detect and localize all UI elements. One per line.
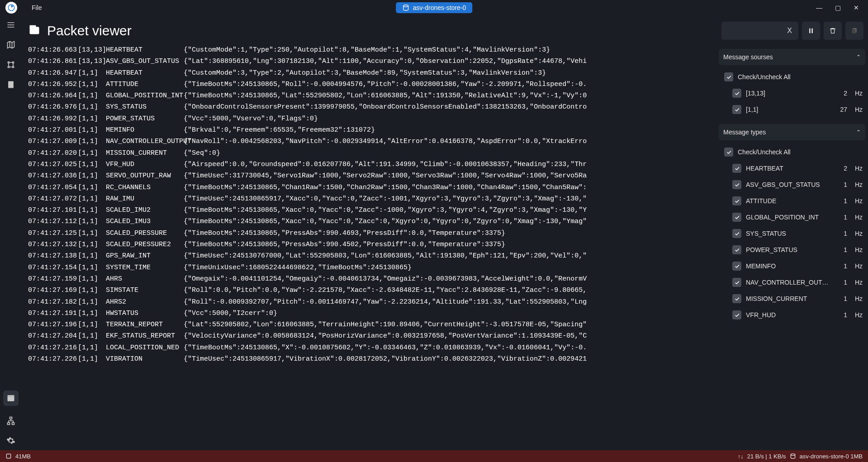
source-item[interactable]: [1,1]27Hz xyxy=(730,101,865,118)
sources-header[interactable]: Message sourses ⌃ xyxy=(719,49,865,65)
checkbox[interactable] xyxy=(732,229,741,238)
status-store: asv-drones-store-0 1MB xyxy=(800,453,863,460)
packet-row[interactable]: 07:41:27.204[1,1]EKF_STATUS_REPORT{"Velo… xyxy=(28,330,716,342)
packet-row[interactable]: 07:41:26.952[1,1]ATTITUDE{"TimeBootMs":2… xyxy=(28,79,716,90)
checkbox[interactable] xyxy=(732,105,741,114)
checkbox[interactable] xyxy=(732,213,741,222)
store-tag[interactable]: asv-drones-store-0 xyxy=(396,2,473,13)
svg-rect-13 xyxy=(30,27,39,34)
source-item[interactable]: [13,13]2Hz xyxy=(730,85,865,101)
sources-check-all[interactable]: Check/Uncheck All xyxy=(721,69,865,85)
checkbox[interactable] xyxy=(732,310,741,319)
packet-row[interactable]: 07:41:27.036[1,1]SERVO_OUTPUT_RAW{"TimeU… xyxy=(28,170,716,181)
checkbox[interactable] xyxy=(732,294,741,303)
svg-point-20 xyxy=(791,454,795,456)
nodes-icon[interactable] xyxy=(6,60,16,70)
type-item[interactable]: SYS_STATUS1Hz xyxy=(730,225,865,242)
packet-row[interactable]: 07:41:27.020[1,1]MISSION_CURRENT{"Seq":0… xyxy=(28,148,716,159)
type-item[interactable]: ATTITUDE1Hz xyxy=(730,193,865,209)
clear-icon[interactable]: X xyxy=(787,27,792,35)
svg-point-5 xyxy=(12,66,14,67)
packet-row[interactable]: 07:41:27.196[1,1]TERRAIN_REPORT{"Lat":55… xyxy=(28,319,716,330)
file-menu[interactable]: File xyxy=(28,2,46,13)
close-button[interactable]: ✕ xyxy=(854,4,859,11)
checkbox[interactable] xyxy=(732,164,741,173)
network-icon[interactable] xyxy=(6,416,16,426)
map-icon[interactable] xyxy=(6,40,16,50)
pause-button[interactable] xyxy=(802,22,820,40)
packet-row[interactable]: 07:41:26.861[13,13]ASV_GBS_OUT_STATUS{"L… xyxy=(28,56,716,67)
packet-row[interactable]: 07:41:27.138[1,1]GPS_RAW_INT{"TimeUsec":… xyxy=(28,250,716,262)
maximize-button[interactable]: ▢ xyxy=(835,4,841,11)
minimize-button[interactable]: — xyxy=(816,4,822,11)
page-title: Packet viewer xyxy=(47,23,132,38)
svg-rect-18 xyxy=(852,29,856,33)
packet-row[interactable]: 07:41:27.132[1,1]SCALED_PRESSURE2{"TimeB… xyxy=(28,239,716,250)
packet-row[interactable]: 07:41:26.964[1,1]GLOBAL_POSITION_INT{"Ti… xyxy=(28,90,716,101)
types-header[interactable]: Message types ⌃ xyxy=(719,124,865,140)
filter-input[interactable]: X xyxy=(721,22,798,40)
type-item[interactable]: POWER_STATUS1Hz xyxy=(730,242,865,258)
status-memory: 41MB xyxy=(15,453,31,460)
packet-row[interactable]: 07:41:26.947[1,1]HEARTBEAT{"CustomMode":… xyxy=(28,67,716,79)
svg-rect-14 xyxy=(30,25,36,28)
type-item[interactable]: GLOBAL_POSITION_INT1Hz xyxy=(730,209,865,225)
packet-viewer-header-icon xyxy=(28,23,41,39)
titlebar: File asv-drones-store-0 — ▢ ✕ xyxy=(0,0,868,15)
types-check-all[interactable]: Check/Uncheck All xyxy=(721,144,865,160)
packet-row[interactable]: 07:41:27.072[1,1]RAW_IMU{"TimeUsec":2451… xyxy=(28,193,716,205)
status-bar: 41MB ↑↓ 21 B/s | 1 KB/s asv-drones-store… xyxy=(0,450,868,462)
checkbox[interactable] xyxy=(732,180,741,189)
packet-row[interactable]: 07:41:27.159[1,1]AHRS{"Omegaix":-0.00411… xyxy=(28,273,716,285)
packet-row[interactable]: 07:41:27.182[1,1]AHRS2{"Roll":-0.0009392… xyxy=(28,296,716,308)
checkbox[interactable] xyxy=(732,278,741,287)
packet-row[interactable]: 07:41:27.001[1,1]MEMINFO{"Brkval":0,"Fre… xyxy=(28,124,716,136)
packet-row[interactable]: 07:41:26.976[1,1]SYS_STATUS{"OnboardCont… xyxy=(28,101,716,113)
packet-row[interactable]: 07:41:27.216[1,1]LOCAL_POSITION_NED{"Tim… xyxy=(28,342,716,353)
type-item[interactable]: MISSION_CURRENT1Hz xyxy=(730,291,865,307)
packet-row[interactable]: 07:41:27.101[1,1]SCALED_IMU2{"TimeBootMs… xyxy=(28,205,716,216)
svg-rect-15 xyxy=(809,29,811,33)
svg-rect-11 xyxy=(8,423,10,424)
main-content: Packet viewer X 07:41:26.663[13,13]HEART… xyxy=(22,15,868,450)
settings-icon[interactable] xyxy=(6,436,16,446)
type-item[interactable]: ASV_GBS_OUT_STATUS1Hz xyxy=(730,176,865,193)
delete-button[interactable] xyxy=(824,22,842,40)
svg-rect-6 xyxy=(8,81,14,88)
packet-row[interactable]: 07:41:27.054[1,1]RC_CHANNELS{"TimeBootMs… xyxy=(28,182,716,193)
svg-rect-7 xyxy=(8,396,14,401)
app-logo xyxy=(5,2,17,14)
type-item[interactable]: MEMINFO1Hz xyxy=(730,258,865,274)
memory-icon xyxy=(5,453,12,459)
packet-viewer-icon[interactable] xyxy=(3,391,19,406)
status-rate: 21 B/s | 1 KB/s xyxy=(747,453,786,460)
packet-list[interactable]: 07:41:26.663[13,13]HEARTBEAT{"CustomMode… xyxy=(28,44,716,450)
type-item[interactable]: HEARTBEAT2Hz xyxy=(730,160,865,176)
svg-point-3 xyxy=(12,62,14,63)
log-icon[interactable] xyxy=(6,80,16,90)
packet-row[interactable]: 07:41:26.663[13,13]HEARTBEAT{"CustomMode… xyxy=(28,44,716,56)
checkbox[interactable] xyxy=(724,148,733,157)
checkbox[interactable] xyxy=(732,262,741,271)
svg-point-4 xyxy=(8,66,9,67)
packet-row[interactable]: 07:41:27.226[1,1]VIBRATION{"TimeUsec":24… xyxy=(28,353,716,365)
packet-row[interactable]: 07:41:27.154[1,1]SYSTEM_TIME{"TimeUnixUs… xyxy=(28,262,716,273)
type-item[interactable]: VFR_HUD1Hz xyxy=(730,307,865,323)
packet-row[interactable]: 07:41:27.025[1,1]VFR_HUD{"Airspeed":0.0,… xyxy=(28,159,716,170)
type-item[interactable]: NAV_CONTROLLER_OUTPUT1Hz xyxy=(730,274,865,291)
checkbox[interactable] xyxy=(724,72,733,81)
packet-row[interactable]: 07:41:27.125[1,1]SCALED_PRESSURE{"TimeBo… xyxy=(28,228,716,239)
packet-row[interactable]: 07:41:27.112[1,1]SCALED_IMU3{"TimeBootMs… xyxy=(28,216,716,227)
packet-row[interactable]: 07:41:27.191[1,1]HWSTATUS{"Vcc":5000,"I2… xyxy=(28,308,716,319)
packet-row[interactable]: 07:41:26.992[1,1]POWER_STATUS{"Vcc":5000… xyxy=(28,113,716,124)
right-panel: Message sourses ⌃ Check/Uncheck All [13,… xyxy=(719,44,868,450)
packet-row[interactable]: 07:41:27.009[1,1]NAV_CONTROLLER_OUTPUT{"… xyxy=(28,136,716,147)
svg-rect-10 xyxy=(10,417,12,419)
svg-point-1 xyxy=(403,5,408,7)
copy-button[interactable] xyxy=(845,22,863,40)
hamburger-icon[interactable] xyxy=(6,20,16,30)
checkbox[interactable] xyxy=(732,89,741,98)
checkbox[interactable] xyxy=(732,196,741,205)
packet-row[interactable]: 07:41:27.169[1,1]SIMSTATE{"Roll":0.0,"Pi… xyxy=(28,285,716,296)
checkbox[interactable] xyxy=(732,245,741,254)
